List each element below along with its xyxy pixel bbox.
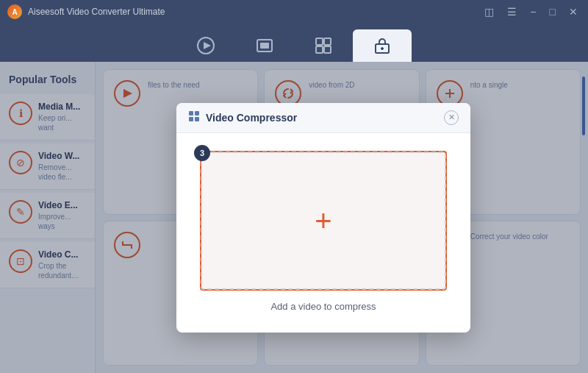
app-logo: A: [7, 4, 22, 19]
svg-rect-21: [195, 111, 199, 116]
tab-editor[interactable]: [235, 29, 294, 62]
titlebar: A Aiseesoft Video Converter Ultimate ◫ ☰…: [0, 0, 588, 24]
modal-body: 3 + Add a video to compress: [176, 133, 470, 333]
modal-header: Video Compressor ✕: [176, 103, 470, 133]
modal-title: Video Compressor: [206, 112, 297, 124]
minimize-icon[interactable]: −: [527, 4, 539, 19]
svg-rect-5: [324, 38, 331, 45]
close-icon[interactable]: ✕: [566, 4, 581, 19]
svg-rect-4: [316, 38, 323, 45]
drop-zone-label: Add a video to compress: [270, 301, 376, 312]
svg-rect-7: [324, 46, 331, 53]
logo-letter: A: [12, 8, 17, 16]
app-title: Aiseesoft Video Converter Ultimate: [28, 7, 481, 17]
svg-rect-3: [260, 43, 269, 49]
main-area: Popular Tools ℹ Media M... Keep ori... w…: [0, 62, 588, 373]
tab-converter[interactable]: [176, 29, 235, 62]
svg-marker-1: [204, 42, 211, 49]
drop-zone-badge: 3: [194, 145, 210, 161]
svg-rect-22: [189, 117, 193, 121]
tab-toolbox[interactable]: [353, 29, 412, 62]
navbar: [0, 24, 588, 62]
drop-zone-plus-icon: +: [315, 206, 331, 235]
video-drop-zone[interactable]: 3 +: [200, 151, 447, 291]
menu-icon[interactable]: ☰: [504, 4, 520, 19]
modal-title-icon: [188, 110, 200, 125]
window-controls: ◫ ☰ − □ ✕: [481, 4, 581, 19]
maximize-icon[interactable]: □: [547, 4, 559, 19]
tab-collage[interactable]: [294, 29, 353, 62]
video-compressor-modal: Video Compressor ✕ 3 + Add a video to co…: [176, 103, 470, 333]
modal-close-button[interactable]: ✕: [444, 110, 459, 125]
message-icon[interactable]: ◫: [481, 4, 497, 19]
svg-rect-6: [316, 46, 323, 53]
svg-rect-23: [195, 117, 199, 121]
svg-rect-20: [189, 111, 193, 116]
